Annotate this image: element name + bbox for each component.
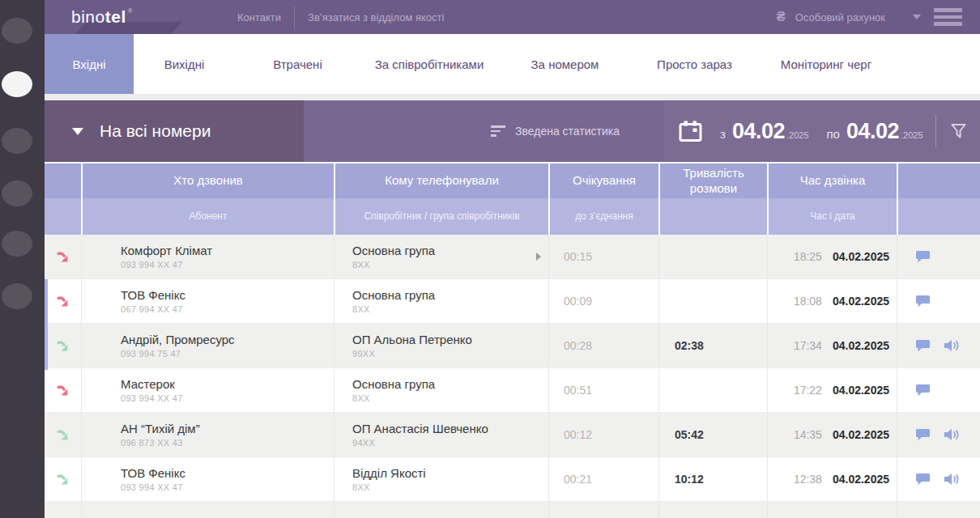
actions-cell <box>897 368 980 412</box>
comment-icon[interactable] <box>915 473 931 486</box>
tab-5[interactable]: За номером <box>498 34 632 94</box>
direction-cell <box>45 279 81 323</box>
tab-2[interactable]: Вихідні <box>134 34 235 94</box>
caller-number: 093 994 XX 47 <box>121 260 334 270</box>
caller-cell: ТОВ Фенікс 093 994 XX 47 <box>81 457 334 501</box>
callee-name: Основна група <box>352 377 548 391</box>
call-date: 04.02.2025 <box>833 428 889 441</box>
header-caller-column: Хто дзвонив <box>81 163 334 198</box>
filterbar: На всі номери Зведена статистика з 04.02… <box>45 100 980 162</box>
missed-call-icon <box>57 251 69 263</box>
call-date: 04.02.2025 <box>833 384 889 397</box>
caller-number: 093 994 XX 47 <box>121 393 334 403</box>
callee-ext: 94XX <box>352 438 548 448</box>
call-date: 04.02.2025 <box>833 295 889 308</box>
audio-playback-icon[interactable] <box>944 428 960 441</box>
missed-call-icon <box>57 295 69 308</box>
audio-playback-icon[interactable] <box>944 473 960 486</box>
caller-number: 096 873 XX 43 <box>121 438 334 448</box>
date-from[interactable]: з 04.02 .2025 <box>714 119 809 144</box>
direction-cell <box>45 235 81 278</box>
contacts-link[interactable]: Контакти <box>237 11 281 23</box>
tab-4[interactable]: За співробітниками <box>360 34 498 94</box>
logo-text-bold: tel <box>105 7 126 27</box>
duration-cell <box>658 368 767 412</box>
quality-department-link[interactable]: Зв’язатися з відділом якості <box>308 11 444 23</box>
duration-cell <box>658 279 767 323</box>
date-to-value: 04.02 <box>846 119 899 144</box>
sidebar-avatar[interactable] <box>2 180 32 206</box>
callee-cell: Основна група 8XX <box>334 279 548 323</box>
date-to-label: по <box>827 127 840 141</box>
comment-icon[interactable] <box>915 250 931 263</box>
number-scope-dropdown[interactable]: На всі номери <box>45 100 304 162</box>
time-cell: 12:38 04.02.2025 <box>767 457 897 501</box>
audio-playback-icon[interactable] <box>944 339 960 352</box>
sidebar-avatar[interactable] <box>2 18 32 44</box>
statistics-label: Зведена статистика <box>515 125 620 138</box>
duration-cell: 10:12 <box>658 457 767 501</box>
statistics-icon <box>491 123 505 139</box>
call-date: 04.02.2025 <box>833 473 889 486</box>
account-cluster: ₴ Особовий рахунок <box>776 5 962 29</box>
logo-trademark: ® <box>128 7 133 15</box>
call-time: 17:22 <box>794 384 822 397</box>
table-row[interactable]: Мастерок 093 994 XX 47 Основна група 8XX… <box>45 368 980 413</box>
time-cell: 18:25 04.02.2025 <box>767 235 897 278</box>
table-row[interactable]: АН “Тихій дім” 096 873 XX 43 ОП Анастасі… <box>45 413 980 457</box>
date-from-label: з <box>720 127 726 141</box>
scroll-indicator[interactable] <box>45 279 48 370</box>
wait-time: 00:15 <box>564 250 592 263</box>
filter-funnel-icon[interactable] <box>950 123 967 139</box>
direction-cell <box>45 324 81 367</box>
callee-name: ОП Анастасія Шевченко <box>352 422 548 435</box>
hamburger-menu-icon[interactable] <box>934 5 962 29</box>
hryvnia-icon: ₴ <box>776 9 785 25</box>
account-menu[interactable]: Особовий рахунок <box>795 11 885 23</box>
tab-6[interactable]: Просто зараз <box>632 34 757 94</box>
summary-statistics-button[interactable]: Зведена статистика <box>491 123 620 139</box>
header-duration-column: Тривалість розмови <box>658 163 767 198</box>
chevron-down-icon[interactable] <box>913 15 921 19</box>
time-cell: 17:34 04.02.2025 <box>767 324 897 367</box>
sidebar-avatar[interactable] <box>2 231 32 257</box>
binotel-logo[interactable]: binotel® <box>71 0 133 34</box>
table-header: Хто дзвонив Кому телефонували Очікування… <box>45 163 980 198</box>
comment-icon[interactable] <box>915 384 931 397</box>
header-direction-column <box>45 163 81 198</box>
callee-ext: 8XX <box>352 260 548 270</box>
comment-icon[interactable] <box>915 339 931 352</box>
caller-cell: АН “Тихій дім” 096 873 XX 43 <box>81 413 334 456</box>
tab-7[interactable]: Моніторинг черг <box>757 34 895 94</box>
calendar-icon <box>679 121 702 142</box>
filter-divider <box>935 115 936 147</box>
time-cell <box>767 502 897 518</box>
caller-cell: Комфорт Клімат 093 994 XX 47 <box>81 235 334 278</box>
tab-3[interactable]: Втрачені <box>235 34 360 94</box>
table-row[interactable]: АН “Тихій дім” <box>45 502 980 518</box>
comment-icon[interactable] <box>915 428 931 441</box>
caller-name: Андрій, Промресурс <box>121 333 334 346</box>
sidebar-avatar-active[interactable] <box>2 71 32 97</box>
date-to[interactable]: по 04.02 .2025 <box>820 119 923 144</box>
wait-cell: 00:12 <box>548 413 658 456</box>
direction-cell <box>45 413 81 456</box>
callee-ext: 99XX <box>352 349 548 359</box>
tabbar: ВхідніВихідніВтраченіЗа співробітникамиЗ… <box>45 34 980 94</box>
table-row[interactable]: Андрій, Промресурс 093 994 75 47 ОП Альо… <box>45 324 980 368</box>
callee-ext: 8XX <box>352 304 548 314</box>
date-range-picker[interactable]: з 04.02 .2025 по 04.02 .2025 <box>664 100 980 162</box>
tab-1[interactable]: Вхідні <box>45 34 134 94</box>
wait-time: 00:09 <box>564 295 592 308</box>
expand-chevron-icon[interactable] <box>536 253 541 261</box>
table-row[interactable]: ТОВ Фенікс 067 994 XX 47 Основна група 8… <box>45 279 980 324</box>
table-row[interactable]: ТОВ Фенікс 093 994 XX 47 Відділ Якості 8… <box>45 457 980 502</box>
comment-icon[interactable] <box>915 295 931 308</box>
time-cell: 14:35 04.02.2025 <box>767 413 897 456</box>
duration-cell: 02:38 <box>658 324 767 367</box>
sidebar-avatar[interactable] <box>2 283 32 309</box>
sidebar-avatar[interactable] <box>2 128 32 154</box>
table-row[interactable]: Комфорт Клімат 093 994 XX 47 Основна гру… <box>45 235 980 279</box>
sidebar <box>0 0 45 518</box>
topbar-divider <box>294 6 295 28</box>
